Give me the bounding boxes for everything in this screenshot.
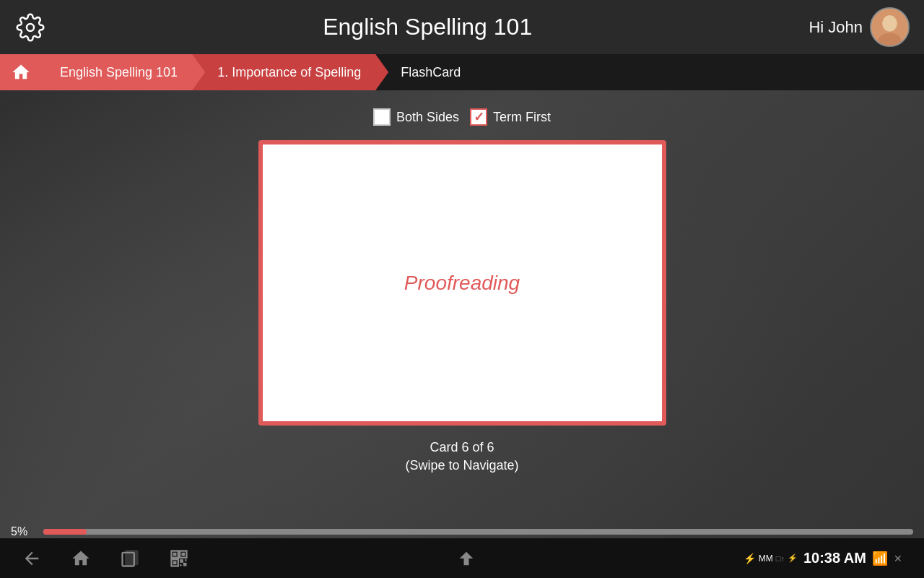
term-first-checkbox[interactable] [470, 108, 487, 126]
avatar[interactable] [870, 7, 910, 47]
breadcrumb-current[interactable]: FlashCard [375, 54, 924, 90]
options-row: Both Sides Term First [373, 108, 551, 126]
progress-bar-background [43, 529, 913, 535]
page-title: English Spelling 101 [46, 14, 808, 40]
android-nav-bar: ⚡ MM □↑ ⚡ 10:38 AM 📶 ✕ [0, 538, 924, 578]
svg-rect-12 [173, 561, 177, 564]
svg-point-4 [882, 15, 897, 31]
svg-rect-8 [173, 552, 177, 556]
svg-point-0 [27, 24, 34, 31]
term-first-label: Term First [493, 110, 551, 125]
nav-center [456, 548, 476, 569]
wifi-icon: 📶 [872, 551, 888, 566]
breadcrumb-home[interactable] [0, 54, 42, 90]
signal-icon: ✕ [894, 553, 902, 564]
status-icons: ⚡ MM □↑ ⚡ [744, 553, 798, 564]
breadcrumb-course[interactable]: English Spelling 101 [42, 54, 192, 90]
svg-rect-6 [126, 551, 137, 564]
back-icon[interactable] [22, 548, 42, 569]
both-sides-option[interactable]: Both Sides [373, 108, 459, 126]
user-area: Hi John [808, 7, 910, 47]
progress-label: 5% [11, 525, 36, 538]
nav-left-buttons [22, 548, 189, 569]
qr-icon[interactable] [169, 548, 189, 569]
progress-bar-fill [43, 529, 87, 535]
up-arrow-icon[interactable] [456, 548, 476, 569]
svg-rect-13 [180, 559, 183, 563]
breadcrumb-nav: English Spelling 101 1. Importance of Sp… [0, 54, 924, 90]
term-first-option[interactable]: Term First [470, 108, 551, 126]
svg-rect-15 [180, 564, 181, 566]
progress-area: 5% [0, 525, 924, 538]
recents-icon[interactable] [120, 548, 140, 569]
both-sides-label: Both Sides [396, 110, 459, 125]
flashcard-word: Proofreading [404, 272, 520, 295]
main-content: Both Sides Term First Proofreading Card … [0, 90, 924, 538]
card-hint: (Swipe to Navigate) [405, 458, 518, 473]
svg-rect-14 [185, 559, 186, 561]
home-nav-icon[interactable] [71, 548, 91, 569]
greeting-text: Hi John [808, 18, 863, 37]
status-area: ⚡ MM □↑ ⚡ 10:38 AM 📶 ✕ [744, 550, 902, 566]
card-number: Card 6 of 6 [405, 440, 518, 455]
flashcard[interactable]: Proofreading [258, 140, 666, 426]
svg-rect-16 [183, 562, 187, 566]
status-time: 10:38 AM [803, 550, 866, 566]
card-info: Card 6 of 6 (Swipe to Navigate) [405, 440, 518, 473]
header: English Spelling 101 Hi John [0, 0, 924, 54]
settings-icon[interactable] [14, 12, 46, 43]
breadcrumb-lesson[interactable]: 1. Importance of Spelling [192, 54, 375, 90]
svg-rect-10 [182, 552, 186, 556]
both-sides-checkbox[interactable] [373, 108, 391, 126]
